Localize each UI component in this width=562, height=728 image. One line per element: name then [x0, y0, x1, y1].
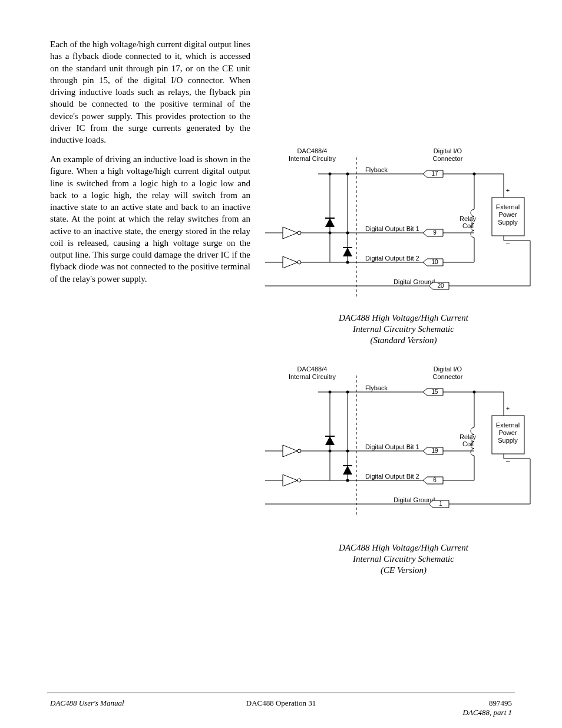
- svg-text:External: External: [496, 203, 520, 210]
- svg-point-69: [329, 450, 332, 453]
- svg-text:DAC488/4: DAC488/4: [297, 365, 328, 373]
- svg-text:17: 17: [431, 170, 438, 177]
- footer-ref: 897495: [489, 699, 512, 707]
- svg-text:Digital Output Bit 2: Digital Output Bit 2: [365, 473, 419, 480]
- svg-text:Relay: Relay: [459, 215, 477, 222]
- pin-tag: 6: [423, 477, 443, 484]
- svg-text:DAC488/4: DAC488/4: [297, 147, 328, 154]
- svg-marker-20: [283, 227, 297, 239]
- svg-point-70: [346, 450, 349, 453]
- pin-tag: 19: [423, 447, 443, 454]
- svg-marker-72: [283, 445, 297, 457]
- svg-point-75: [297, 479, 301, 482]
- inverter-icon: [283, 256, 301, 268]
- pin-tag: 17: [423, 170, 443, 177]
- svg-text:15: 15: [431, 388, 438, 395]
- svg-text:Internal Circuitry: Internal Circuitry: [289, 155, 336, 162]
- svg-marker-65: [343, 466, 352, 475]
- svg-text:External: External: [496, 421, 520, 429]
- paragraph-2: An example of driving an inductive load …: [50, 153, 250, 285]
- svg-text:Digital I/O: Digital I/O: [434, 365, 462, 373]
- svg-text:Connector: Connector: [433, 373, 463, 380]
- svg-text:Relay: Relay: [459, 433, 477, 440]
- pin-tag: 10: [423, 259, 443, 266]
- svg-text:Supply: Supply: [498, 219, 518, 226]
- svg-text:Coil: Coil: [462, 222, 474, 229]
- svg-point-23: [297, 261, 301, 264]
- svg-text:1: 1: [439, 500, 442, 507]
- svg-text:–: –: [506, 239, 510, 246]
- svg-point-21: [297, 231, 301, 235]
- svg-text:Supply: Supply: [498, 437, 518, 444]
- svg-point-16: [346, 173, 349, 176]
- svg-marker-13: [343, 248, 352, 256]
- svg-text:+: +: [506, 405, 510, 412]
- svg-point-67: [329, 391, 332, 394]
- pin-tag: 15: [423, 388, 443, 396]
- svg-text:Connector: Connector: [433, 155, 463, 162]
- svg-text:Power: Power: [498, 211, 517, 218]
- svg-text:Digital Output Bit 2: Digital Output Bit 2: [365, 255, 419, 262]
- figure2-caption: DAC488 High Voltage/High Current Interna…: [306, 542, 501, 575]
- pin-tag: 1: [429, 500, 449, 508]
- svg-point-71: [346, 479, 349, 482]
- svg-text:+: +: [506, 187, 510, 194]
- svg-text:Flyback: Flyback: [365, 166, 388, 173]
- inverter-icon: [283, 445, 301, 457]
- svg-marker-11: [325, 218, 335, 227]
- svg-text:Coil: Coil: [462, 440, 474, 447]
- inverter-icon: [283, 475, 301, 486]
- svg-text:20: 20: [437, 282, 444, 289]
- svg-text:Digital Ground: Digital Ground: [394, 278, 435, 285]
- schematic-standard: DAC488/4 Internal Circuitry Digital I/O …: [265, 144, 536, 304]
- svg-marker-74: [283, 475, 297, 486]
- svg-text:Power: Power: [498, 429, 517, 436]
- svg-text:Digital Ground: Digital Ground: [394, 496, 435, 503]
- svg-point-19: [346, 261, 349, 264]
- svg-text:–: –: [506, 457, 510, 464]
- paragraph-1: Each of the high voltage/high current di…: [50, 38, 250, 146]
- svg-text:Digital I/O: Digital I/O: [434, 147, 462, 154]
- svg-text:10: 10: [431, 259, 438, 265]
- svg-text:Digital Output Bit 1: Digital Output Bit 1: [365, 225, 419, 232]
- svg-text:9: 9: [433, 229, 437, 236]
- svg-point-73: [297, 449, 301, 453]
- footer-right-title: DAC488, part 1: [463, 708, 512, 717]
- pin-tag: 20: [429, 282, 449, 289]
- figure1-caption: DAC488 High Voltage/High Current Interna…: [306, 312, 501, 345]
- svg-point-17: [329, 232, 332, 235]
- svg-marker-63: [325, 436, 335, 445]
- svg-text:Digital Output Bit 1: Digital Output Bit 1: [365, 443, 419, 450]
- svg-text:6: 6: [433, 477, 437, 483]
- svg-point-18: [346, 232, 349, 235]
- schematic-ce: DAC488/4 Internal Circuitry Digital I/O …: [265, 363, 536, 522]
- svg-text:19: 19: [431, 447, 438, 454]
- svg-text:Flyback: Flyback: [365, 384, 388, 391]
- pin-tag: 9: [423, 229, 443, 236]
- svg-text:Internal Circuitry: Internal Circuitry: [289, 373, 336, 380]
- footer-center: DAC488 Operation 31: [246, 699, 316, 707]
- svg-point-15: [329, 173, 332, 176]
- svg-point-68: [346, 391, 349, 394]
- inverter-icon: [283, 227, 301, 239]
- svg-marker-22: [283, 256, 297, 268]
